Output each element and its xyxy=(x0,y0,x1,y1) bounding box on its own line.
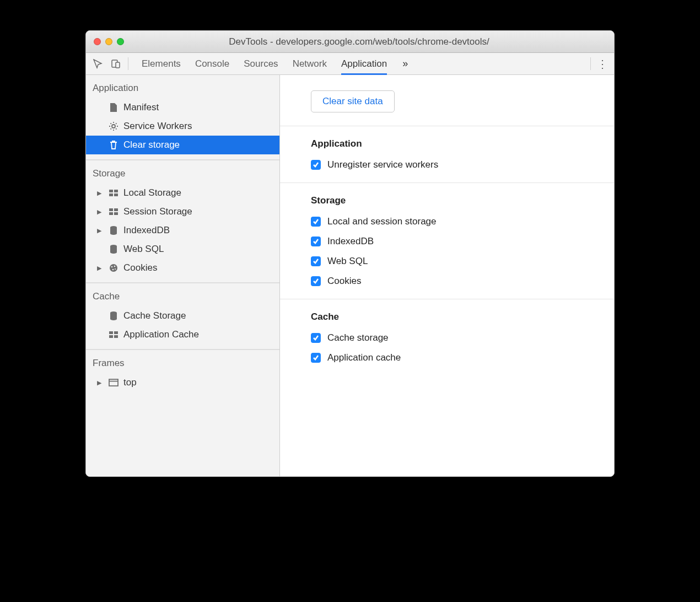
svg-rect-22 xyxy=(114,335,118,338)
section-title: Storage xyxy=(311,195,614,206)
sidebar-item-cookies[interactable]: ▶ Cookies xyxy=(86,259,279,277)
sidebar-item-local-storage[interactable]: ▶ Local Storage xyxy=(86,184,279,202)
sidebar-item-label: Session Storage xyxy=(123,206,192,217)
panel-tabs: Elements Console Sources Network Applica… xyxy=(132,53,397,74)
svg-rect-5 xyxy=(109,194,113,196)
grid-icon xyxy=(108,331,119,338)
check-indexeddb[interactable]: IndexedDB xyxy=(311,236,614,247)
tab-application[interactable]: Application xyxy=(341,53,387,75)
tab-sources[interactable]: Sources xyxy=(244,53,278,74)
sidebar-item-clear-storage[interactable]: Clear storage xyxy=(86,136,279,154)
sidebar-item-top-frame[interactable]: ▶ top xyxy=(86,373,279,392)
checkbox-icon[interactable] xyxy=(311,276,321,286)
trash-icon xyxy=(108,140,119,150)
section-storage: Storage Local and session storage Indexe… xyxy=(280,183,614,299)
svg-rect-3 xyxy=(109,190,113,192)
grid-icon xyxy=(108,189,119,197)
svg-rect-23 xyxy=(109,379,118,386)
sidebar-item-label: Clear storage xyxy=(123,139,180,150)
window-titlebar: DevTools - developers.google.com/web/too… xyxy=(86,31,614,53)
sidebar-item-indexeddb[interactable]: ▶ IndexedDB xyxy=(86,221,279,240)
clear-site-data-section: Clear site data xyxy=(280,75,614,126)
grid-icon xyxy=(108,208,119,216)
sidebar-item-label: Cookies xyxy=(123,262,157,273)
sidebar-group-header: Storage xyxy=(86,160,279,184)
tabs-overflow-button[interactable]: » xyxy=(397,53,413,74)
svg-point-14 xyxy=(111,266,113,268)
section-title: Application xyxy=(311,138,614,149)
inspect-element-icon[interactable] xyxy=(89,53,107,74)
check-application-cache[interactable]: Application cache xyxy=(311,352,614,363)
sidebar-item-label: Service Workers xyxy=(123,121,192,132)
svg-rect-1 xyxy=(116,62,120,68)
svg-rect-7 xyxy=(109,208,113,211)
tab-network[interactable]: Network xyxy=(293,53,327,74)
sidebar-item-websql[interactable]: Web SQL xyxy=(86,240,279,259)
sidebar-group-header: Frames xyxy=(86,350,279,373)
check-cookies[interactable]: Cookies xyxy=(311,276,614,287)
sidebar-item-application-cache[interactable]: Application Cache xyxy=(86,325,279,344)
sidebar-item-session-storage[interactable]: ▶ Session Storage xyxy=(86,202,279,221)
sidebar-item-label: Local Storage xyxy=(123,187,181,198)
toolbar-separator xyxy=(590,57,591,70)
sidebar-item-service-workers[interactable]: Service Workers xyxy=(86,117,279,136)
window-close-button[interactable] xyxy=(94,38,101,45)
gear-icon xyxy=(108,121,119,131)
database-icon xyxy=(108,311,119,321)
svg-point-2 xyxy=(112,125,115,128)
cookie-icon xyxy=(108,263,119,273)
toolbar-separator xyxy=(128,57,128,70)
svg-rect-20 xyxy=(114,331,118,334)
sidebar-item-label: IndexedDB xyxy=(123,225,170,236)
clear-site-data-button[interactable]: Clear site data xyxy=(311,90,395,112)
checkbox-icon[interactable] xyxy=(311,333,321,343)
checkbox-icon[interactable] xyxy=(311,256,321,266)
sidebar-item-label: top xyxy=(123,377,137,388)
svg-point-17 xyxy=(115,268,116,270)
clear-storage-panel: Clear site data Application Unregister s… xyxy=(280,75,614,476)
check-cache-storage[interactable]: Cache storage xyxy=(311,332,614,343)
section-title: Cache xyxy=(311,311,614,322)
chevron-right-icon: ▶ xyxy=(97,227,104,234)
window-zoom-button[interactable] xyxy=(117,38,124,45)
checkbox-icon[interactable] xyxy=(311,237,321,246)
check-label: IndexedDB xyxy=(327,236,374,247)
toggle-device-icon[interactable] xyxy=(107,53,125,74)
application-sidebar: Application Manifest Service Workers xyxy=(86,75,280,476)
svg-point-15 xyxy=(114,266,116,267)
tab-console[interactable]: Console xyxy=(195,53,229,74)
chevron-right-icon: ▶ xyxy=(97,265,104,272)
sidebar-item-label: Application Cache xyxy=(123,329,199,340)
checkbox-icon[interactable] xyxy=(311,353,321,363)
check-label: Local and session storage xyxy=(327,216,437,227)
chevron-right-icon: ▶ xyxy=(97,379,104,386)
svg-rect-21 xyxy=(109,335,113,338)
sidebar-item-label: Manifest xyxy=(123,102,159,113)
section-application: Application Unregister service workers xyxy=(280,126,614,183)
svg-point-13 xyxy=(110,264,117,272)
devtools-toolbar: Elements Console Sources Network Applica… xyxy=(86,53,614,75)
file-icon xyxy=(108,103,119,112)
window-title: DevTools - developers.google.com/web/too… xyxy=(128,36,606,47)
panel-body: Application Manifest Service Workers xyxy=(86,75,614,476)
frame-icon xyxy=(108,379,119,386)
svg-rect-8 xyxy=(114,208,118,211)
sidebar-item-manifest[interactable]: Manifest xyxy=(86,98,279,117)
sidebar-group-header: Cache xyxy=(86,283,279,307)
check-websql[interactable]: Web SQL xyxy=(311,256,614,267)
check-unregister-service-workers[interactable]: Unregister service workers xyxy=(311,159,614,170)
devtools-menu-button[interactable]: ⋮ xyxy=(594,53,611,74)
sidebar-item-cache-storage[interactable]: Cache Storage xyxy=(86,307,279,325)
sidebar-item-label: Cache Storage xyxy=(123,310,186,321)
window-minimize-button[interactable] xyxy=(105,38,112,45)
database-icon xyxy=(108,244,119,254)
check-local-session-storage[interactable]: Local and session storage xyxy=(311,216,614,227)
checkbox-icon[interactable] xyxy=(311,160,321,170)
checkbox-icon[interactable] xyxy=(311,217,321,227)
tab-elements[interactable]: Elements xyxy=(142,53,181,74)
chevron-right-icon: ▶ xyxy=(97,208,104,216)
check-label: Cache storage xyxy=(327,332,389,343)
check-label: Unregister service workers xyxy=(327,159,438,170)
section-cache: Cache Cache storage Application cache xyxy=(280,299,614,375)
svg-rect-10 xyxy=(114,212,118,215)
